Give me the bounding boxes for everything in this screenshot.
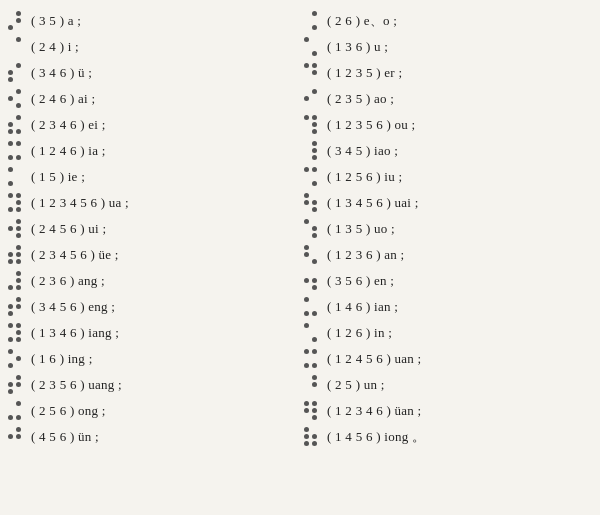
phonetic-label: ( 3 4 6 ) ü ; [31, 63, 92, 83]
braille-dots [6, 348, 26, 370]
phonetic-label: ( 4 5 6 ) ün ; [31, 427, 99, 447]
phonetic-label: ( 2 6 ) e、o ; [327, 11, 397, 31]
braille-dots [6, 10, 26, 32]
braille-dots [302, 374, 322, 396]
list-item: ( 2 3 5 6 ) uang ; [4, 372, 300, 398]
list-item: ( 1 3 6 ) u ; [300, 34, 596, 60]
phonetic-label: ( 3 4 5 ) iao ; [327, 141, 398, 161]
braille-dots [302, 218, 322, 240]
list-item: ( 2 5 6 ) ong ; [4, 398, 300, 424]
phonetic-label: ( 3 5 6 ) en ; [327, 271, 394, 291]
list-item: ( 1 5 ) ie ; [4, 164, 300, 190]
braille-dots [6, 426, 26, 448]
phonetic-label: ( 1 3 4 6 ) iang ; [31, 323, 119, 343]
list-item: ( 2 3 5 ) ao ; [300, 86, 596, 112]
braille-dots [302, 88, 322, 110]
list-item: ( 4 5 6 ) ün ; [4, 424, 300, 450]
braille-dots [302, 10, 322, 32]
list-item: ( 2 3 4 6 ) ei ; [4, 112, 300, 138]
list-item: ( 3 5 6 ) en ; [300, 268, 596, 294]
braille-dots [302, 166, 322, 188]
braille-dots [6, 166, 26, 188]
main-content: ( 3 5 ) a ;( 2 4 ) i ;( 3 4 6 ) ü ;( 2 4… [4, 8, 596, 450]
list-item: ( 1 2 3 5 ) er ; [300, 60, 596, 86]
phonetic-label: ( 1 2 6 ) in ; [327, 323, 392, 343]
list-item: ( 1 2 3 5 6 ) ou ; [300, 112, 596, 138]
braille-dots [6, 374, 26, 396]
list-item: ( 1 2 6 ) in ; [300, 320, 596, 346]
braille-dots [302, 270, 322, 292]
braille-dots [6, 62, 26, 84]
phonetic-label: ( 1 2 3 4 5 6 ) ua ; [31, 193, 129, 213]
list-item: ( 2 6 ) e、o ; [300, 8, 596, 34]
list-item: ( 1 2 5 6 ) iu ; [300, 164, 596, 190]
phonetic-label: ( 1 2 3 5 6 ) ou ; [327, 115, 415, 135]
phonetic-label: ( 2 5 6 ) ong ; [31, 401, 106, 421]
phonetic-label: ( 1 2 3 5 ) er ; [327, 63, 402, 83]
phonetic-label: ( 1 2 3 4 6 ) üan ; [327, 401, 421, 421]
braille-dots [302, 400, 322, 422]
braille-dots [302, 296, 322, 318]
list-item: ( 3 4 5 ) iao ; [300, 138, 596, 164]
phonetic-label: ( 2 3 4 6 ) ei ; [31, 115, 106, 135]
phonetic-label: ( 1 2 3 6 ) an ; [327, 245, 404, 265]
braille-dots [302, 322, 322, 344]
braille-dots [302, 244, 322, 266]
phonetic-label: ( 1 5 ) ie ; [31, 167, 85, 187]
braille-dots [6, 192, 26, 214]
list-item: ( 2 4 ) i ; [4, 34, 300, 60]
braille-dots [6, 140, 26, 162]
phonetic-label: ( 1 3 4 5 6 ) uai ; [327, 193, 419, 213]
braille-dots [302, 62, 322, 84]
braille-dots [6, 322, 26, 344]
braille-dots [6, 270, 26, 292]
list-item: ( 1 3 4 6 ) iang ; [4, 320, 300, 346]
phonetic-label: ( 1 3 6 ) u ; [327, 37, 388, 57]
list-item: ( 2 3 4 5 6 ) üe ; [4, 242, 300, 268]
braille-dots [6, 244, 26, 266]
phonetic-label: ( 2 4 5 6 ) ui ; [31, 219, 106, 239]
list-item: ( 1 4 6 ) ian ; [300, 294, 596, 320]
braille-dots [302, 348, 322, 370]
list-item: ( 1 2 3 6 ) an ; [300, 242, 596, 268]
column-left: ( 3 5 ) a ;( 2 4 ) i ;( 3 4 6 ) ü ;( 2 4… [4, 8, 300, 450]
list-item: ( 3 4 6 ) ü ; [4, 60, 300, 86]
braille-dots [6, 296, 26, 318]
phonetic-label: ( 2 4 ) i ; [31, 37, 79, 57]
braille-dots [302, 114, 322, 136]
phonetic-label: ( 2 3 4 5 6 ) üe ; [31, 245, 119, 265]
list-item: ( 1 2 3 4 5 6 ) ua ; [4, 190, 300, 216]
phonetic-label: ( 2 4 6 ) ai ; [31, 89, 95, 109]
list-item: ( 3 4 5 6 ) eng ; [4, 294, 300, 320]
braille-dots [302, 36, 322, 58]
list-item: ( 1 3 5 ) uo ; [300, 216, 596, 242]
phonetic-label: ( 1 2 5 6 ) iu ; [327, 167, 402, 187]
list-item: ( 1 3 4 5 6 ) uai ; [300, 190, 596, 216]
braille-dots [6, 114, 26, 136]
list-item: ( 2 5 ) un ; [300, 372, 596, 398]
phonetic-label: ( 1 6 ) ing ; [31, 349, 93, 369]
phonetic-label: ( 2 3 5 ) ao ; [327, 89, 394, 109]
braille-dots [302, 426, 322, 448]
list-item: ( 2 4 6 ) ai ; [4, 86, 300, 112]
braille-dots [6, 218, 26, 240]
braille-dots [302, 192, 322, 214]
list-item: ( 1 2 3 4 6 ) üan ; [300, 398, 596, 424]
phonetic-label: ( 2 3 6 ) ang ; [31, 271, 105, 291]
phonetic-label: ( 1 3 5 ) uo ; [327, 219, 395, 239]
list-item: ( 1 4 5 6 ) iong 。 [300, 424, 596, 450]
list-item: ( 2 4 5 6 ) ui ; [4, 216, 300, 242]
braille-dots [6, 400, 26, 422]
phonetic-label: ( 2 5 ) un ; [327, 375, 385, 395]
phonetic-label: ( 1 4 6 ) ian ; [327, 297, 398, 317]
phonetic-label: ( 3 4 5 6 ) eng ; [31, 297, 115, 317]
phonetic-label: ( 1 2 4 6 ) ia ; [31, 141, 106, 161]
list-item: ( 2 3 6 ) ang ; [4, 268, 300, 294]
braille-dots [6, 36, 26, 58]
list-item: ( 1 2 4 6 ) ia ; [4, 138, 300, 164]
phonetic-label: ( 2 3 5 6 ) uang ; [31, 375, 122, 395]
braille-dots [6, 88, 26, 110]
phonetic-label: ( 1 2 4 5 6 ) uan ; [327, 349, 421, 369]
column-right: ( 2 6 ) e、o ;( 1 3 6 ) u ;( 1 2 3 5 ) er… [300, 8, 596, 450]
phonetic-label: ( 3 5 ) a ; [31, 11, 81, 31]
